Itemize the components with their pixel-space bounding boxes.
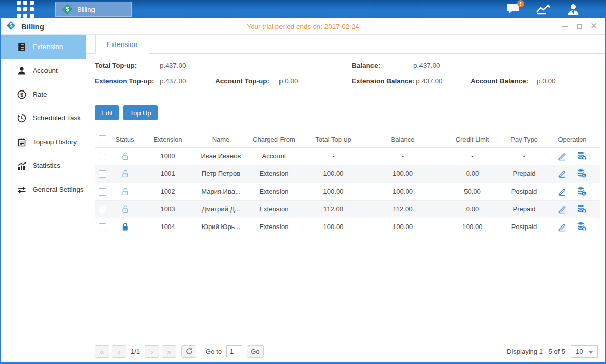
sidebar-item-label: Account	[33, 67, 58, 74]
toolbar: Edit Top Up	[95, 105, 598, 120]
edit-row-icon[interactable]	[557, 204, 567, 214]
sidebar-item-label: Extension	[33, 43, 63, 51]
app-launcher-icon[interactable]	[17, 1, 34, 18]
row-checkbox[interactable]	[99, 188, 106, 196]
row-checkbox[interactable]	[99, 170, 106, 178]
select-all-checkbox[interactable]	[99, 135, 106, 143]
cell-pay-type: Postpaid	[504, 183, 544, 200]
lock-status-icon	[121, 152, 129, 159]
account-topup-value: p.0.00	[279, 77, 298, 85]
cell-charged-from: Extension	[246, 200, 302, 218]
edit-button[interactable]: Edit	[95, 105, 119, 120]
lock-status-icon	[121, 205, 129, 212]
topup-row-icon[interactable]: $	[577, 204, 587, 214]
tab-extension[interactable]: Extension	[95, 35, 149, 54]
refresh-button[interactable]	[181, 345, 196, 358]
tab-strip: Extension	[86, 35, 605, 54]
col-header-operation: Operation	[544, 131, 600, 147]
col-header-total-topup: Total Top-up	[302, 131, 365, 147]
edit-row-icon[interactable]	[557, 222, 567, 232]
svg-text:$: $	[583, 192, 585, 196]
total-topup-label: Total Top-up:	[95, 62, 137, 69]
tab-strip-spacer	[149, 35, 256, 53]
sidebar-item-rate[interactable]: $ Rate	[1, 82, 86, 106]
row-checkbox[interactable]	[99, 153, 106, 160]
sidebar-item-statistics[interactable]: Statistics	[1, 154, 86, 177]
cell-extension: 1003	[140, 200, 196, 218]
table-row: 1004 Юрий Юрь... Extension 100.00 100.00…	[95, 218, 600, 236]
extension-topup-label: Extension Top-up:	[95, 77, 154, 85]
trial-notice: Your trial period ends on: 2017-02-24	[1, 23, 605, 30]
topup-button[interactable]: Top Up	[123, 105, 157, 120]
cell-charged-from: Account	[246, 147, 302, 165]
cell-charged-from: Extension	[246, 183, 302, 200]
sidebar-item-topup-history[interactable]: Top-up History	[1, 130, 86, 154]
col-header-charged-from: Charged From	[246, 131, 302, 147]
sidebar-item-label: Statistics	[33, 162, 60, 169]
cell-total-topup: -	[302, 147, 365, 165]
cell-extension: 1000	[140, 147, 196, 165]
edit-row-icon[interactable]	[557, 151, 567, 161]
prev-page-button[interactable]: ‹	[112, 345, 126, 358]
sidebar-item-scheduled-task[interactable]: Scheduled Task	[1, 106, 86, 130]
sidebar: Extension Account $	[1, 35, 86, 362]
sidebar-item-label: Top-up History	[33, 138, 77, 146]
topup-row-icon[interactable]: $	[577, 151, 587, 161]
account-topup-label: Account Top-up:	[215, 77, 269, 85]
topup-history-icon	[17, 137, 26, 147]
account-balance-value: p.0.00	[537, 77, 556, 85]
col-header-status: Status	[110, 131, 140, 147]
row-checkbox[interactable]	[99, 223, 106, 231]
next-page-button[interactable]: ›	[145, 345, 159, 358]
reports-chart-icon[interactable]	[535, 3, 551, 15]
table-row: 1002 Мария Ива... Extension 100.00 100.0…	[95, 183, 600, 200]
go-button[interactable]: Go	[247, 345, 264, 358]
sidebar-item-label: Scheduled Task	[33, 114, 81, 122]
table-row: 1003 Дмитрий Д... Extension 112.00 112.0…	[95, 200, 600, 218]
edit-row-icon[interactable]	[557, 169, 567, 178]
taskbar-billing-tab[interactable]: $ Billing	[55, 2, 132, 17]
page-size-select[interactable]: 10	[571, 345, 598, 358]
user-account-icon[interactable]	[567, 3, 580, 16]
taskbar-tab-label: Billing	[77, 6, 95, 13]
sidebar-item-label: Rate	[33, 90, 48, 98]
svg-text:$: $	[20, 92, 23, 98]
cell-name: Мария Ива...	[196, 183, 246, 200]
lock-status-icon	[121, 169, 129, 177]
sidebar-item-account[interactable]: Account	[1, 59, 86, 82]
sidebar-item-extension[interactable]: Extension	[1, 35, 86, 59]
first-page-button[interactable]: «	[95, 345, 109, 358]
col-header-balance: Balance	[365, 131, 441, 147]
close-button[interactable]: ✕	[590, 23, 597, 30]
refresh-icon	[185, 348, 193, 355]
lock-status-icon	[121, 222, 129, 230]
cell-pay-type: Prepaid	[504, 165, 544, 183]
rate-icon: $	[17, 89, 26, 99]
sidebar-item-general-settings[interactable]: General Settings	[1, 177, 86, 201]
window-title: $ Billing	[1, 21, 44, 32]
displaying-text: Displaying 1 - 5 of 5	[507, 348, 565, 355]
topup-row-icon[interactable]: $	[577, 222, 587, 232]
cell-pay-type: Postpaid	[504, 218, 544, 236]
row-checkbox[interactable]	[99, 206, 106, 213]
general-settings-icon	[17, 185, 26, 194]
minimize-button[interactable]	[561, 23, 568, 30]
topup-row-icon[interactable]: $	[577, 187, 587, 196]
maximize-button[interactable]	[576, 23, 583, 30]
svg-text:$: $	[10, 23, 13, 28]
window-header: $ Billing Your trial period ends on: 201…	[1, 18, 605, 35]
main-content: Extension Total Top-up: p.437.00 Balance…	[86, 35, 605, 362]
cell-name: Дмитрий Д...	[196, 200, 246, 218]
goto-label: Go to	[206, 348, 222, 355]
notifications-icon[interactable]: !	[506, 3, 520, 15]
cell-name: Петр Петров	[196, 165, 246, 183]
cell-credit-limit: 100.00	[441, 218, 504, 236]
svg-text:$: $	[583, 174, 585, 178]
cell-extension: 1002	[140, 183, 196, 200]
last-page-button[interactable]: »	[162, 345, 176, 358]
topup-row-icon[interactable]: $	[577, 169, 587, 178]
goto-page-input[interactable]	[226, 345, 242, 357]
page-size-value: 10	[576, 348, 583, 355]
edit-row-icon[interactable]	[557, 187, 567, 196]
scheduled-task-icon	[17, 113, 26, 123]
